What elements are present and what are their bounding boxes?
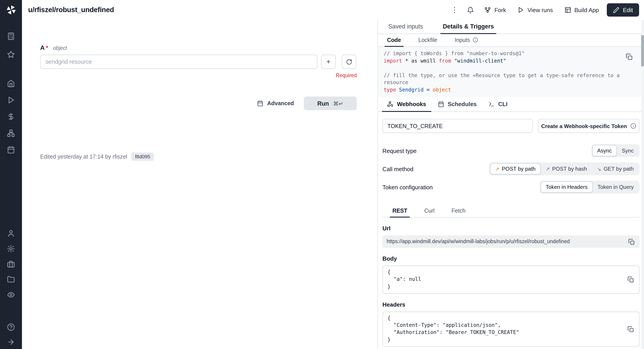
sidebar-item-apps[interactable]: [0, 28, 22, 44]
plus-icon: +: [326, 58, 330, 65]
arrow-up-right-icon: ↗: [546, 166, 550, 172]
code-line-blank: [384, 65, 638, 72]
tab-code[interactable]: Code: [384, 34, 404, 47]
sidebar-item-favorites[interactable]: [0, 47, 22, 62]
call-method-get-by-path[interactable]: ↘ GET by path: [592, 163, 638, 175]
copy-url-button[interactable]: [628, 237, 635, 245]
page-title: u/rfiszel/robust_undefined: [28, 6, 114, 14]
resource-input-row: +: [40, 55, 357, 69]
advanced-button[interactable]: Advanced: [254, 98, 297, 109]
call-method-toggle: ↗ POST by path ↗ POST by hash ↘ GET by p…: [490, 162, 640, 175]
tab-schedules-label: Schedules: [448, 101, 476, 107]
call-method-label: Call method: [382, 166, 414, 172]
sidebar-group-top: [0, 28, 22, 62]
info-icon: [630, 123, 636, 129]
sidebar-item-home[interactable]: [0, 75, 22, 91]
sidebar-item-help[interactable]: [0, 319, 22, 334]
request-type-label: Request type: [382, 147, 416, 154]
view-runs-label: View runs: [528, 7, 553, 14]
more-menu-button[interactable]: ⋮: [448, 4, 460, 16]
copy-headers-button[interactable]: [627, 325, 634, 333]
copy-body-button[interactable]: [627, 276, 634, 283]
tab-saved-inputs[interactable]: Saved inputs: [386, 20, 426, 34]
code-viewer: // import { toWords } from "number-to-wo…: [378, 47, 644, 97]
code-keyword: import: [384, 58, 402, 64]
notifications-button[interactable]: [464, 4, 476, 16]
request-type-sync[interactable]: Sync: [617, 145, 639, 156]
field-label-row: A * object: [40, 44, 357, 51]
code-text: * as wmill: [402, 58, 439, 64]
resource-input[interactable]: [40, 55, 318, 69]
token-configuration-label: Token configuration: [382, 184, 433, 190]
token-in-headers[interactable]: Token in Headers: [541, 181, 592, 193]
run-button[interactable]: Run ⌘↵: [304, 97, 357, 110]
token-configuration-toggle: Token in Headers Token in Query: [540, 181, 639, 193]
dollar-icon: [7, 113, 15, 120]
run-shortcut: ⌘↵: [333, 100, 343, 107]
sidebar-expand-button[interactable]: [0, 334, 22, 349]
terminal-icon: [488, 101, 494, 107]
gear-icon: [7, 245, 15, 253]
token-row: Create a Webhook-specific Token: [382, 119, 640, 133]
sidebar-item-workers[interactable]: [0, 256, 22, 272]
body-label: Body: [382, 255, 640, 262]
arrow-right-icon: [7, 338, 15, 346]
sidebar-item-users[interactable]: [0, 226, 22, 241]
sidebar-item-audit-logs[interactable]: [0, 287, 22, 302]
help-circle-icon: [7, 323, 15, 331]
header-actions: ⋮ Fork View runs Build App: [448, 3, 639, 17]
calculator-icon: [7, 32, 15, 40]
calendar-icon: [257, 100, 264, 107]
sidebar-item-schedules[interactable]: [0, 142, 22, 157]
tab-webhooks[interactable]: Webhooks: [382, 97, 431, 112]
copy-icon: [626, 53, 632, 60]
edited-row: Edited yesterday at 17:14 by rfiszel f8d…: [40, 153, 357, 161]
add-resource-button[interactable]: +: [321, 55, 336, 69]
sidebar-item-variables[interactable]: [0, 109, 22, 124]
tab-cli[interactable]: CLI: [483, 97, 512, 112]
copy-code-button[interactable]: [625, 53, 633, 62]
play-icon: [7, 96, 15, 104]
tab-schedules[interactable]: Schedules: [433, 97, 482, 112]
bell-icon: [467, 7, 474, 14]
main-area: u/rfiszel/robust_undefined ⋮ Fork View r…: [22, 0, 644, 349]
example-tabs: REST Curl Fetch: [382, 204, 640, 218]
tab-curl[interactable]: Curl: [422, 204, 437, 218]
windmill-logo[interactable]: [6, 0, 16, 20]
tab-inputs[interactable]: Inputs: [452, 34, 481, 47]
token-input[interactable]: [382, 119, 533, 133]
build-app-button[interactable]: Build App: [561, 4, 602, 16]
headers-label: Headers: [382, 301, 640, 308]
tab-lockfile[interactable]: Lockfile: [416, 34, 440, 47]
tab-webhooks-label: Webhooks: [397, 101, 426, 107]
content: A * object + Required: [22, 20, 644, 349]
url-value: https://app.windmill.dev/api/w/windmill-…: [386, 239, 570, 244]
calendar-icon: [438, 101, 444, 107]
scrollbar-track[interactable]: [641, 20, 644, 349]
tab-rest[interactable]: REST: [390, 204, 410, 218]
code-tabs: Code Lockfile Inputs: [378, 34, 644, 47]
tab-fetch[interactable]: Fetch: [449, 204, 468, 218]
body-box: { "a": null }: [382, 265, 640, 294]
call-method-post-by-path[interactable]: ↗ POST by path: [490, 163, 540, 175]
sidebar-group-admin: [0, 226, 22, 302]
fork-button[interactable]: Fork: [481, 4, 510, 16]
token-in-query[interactable]: Token in Query: [592, 181, 638, 193]
view-runs-button[interactable]: View runs: [514, 4, 556, 16]
token-configuration-row: Token configuration Token in Headers Tok…: [382, 181, 640, 193]
sidebar-item-settings[interactable]: [0, 241, 22, 256]
create-webhook-token-button[interactable]: Create a Webhook-specific Token: [538, 119, 640, 133]
sidebar-item-folders[interactable]: [0, 272, 22, 287]
tab-details-triggers[interactable]: Details & Triggers: [440, 20, 496, 34]
sidebar-item-resources[interactable]: [0, 125, 22, 141]
scrollbar-thumb[interactable]: [641, 35, 644, 66]
request-type-async[interactable]: Async: [592, 145, 617, 156]
call-method-post-by-hash[interactable]: ↗ POST by hash: [540, 163, 592, 175]
call-method-option-label: POST by hash: [552, 166, 587, 172]
arrow-up-right-icon: ↗: [495, 166, 500, 172]
copy-icon: [628, 238, 634, 245]
edit-button[interactable]: Edit: [607, 3, 639, 17]
body-json: { "a": null }: [388, 269, 421, 290]
sidebar-item-runs[interactable]: [0, 92, 22, 108]
refresh-button[interactable]: [342, 55, 356, 69]
